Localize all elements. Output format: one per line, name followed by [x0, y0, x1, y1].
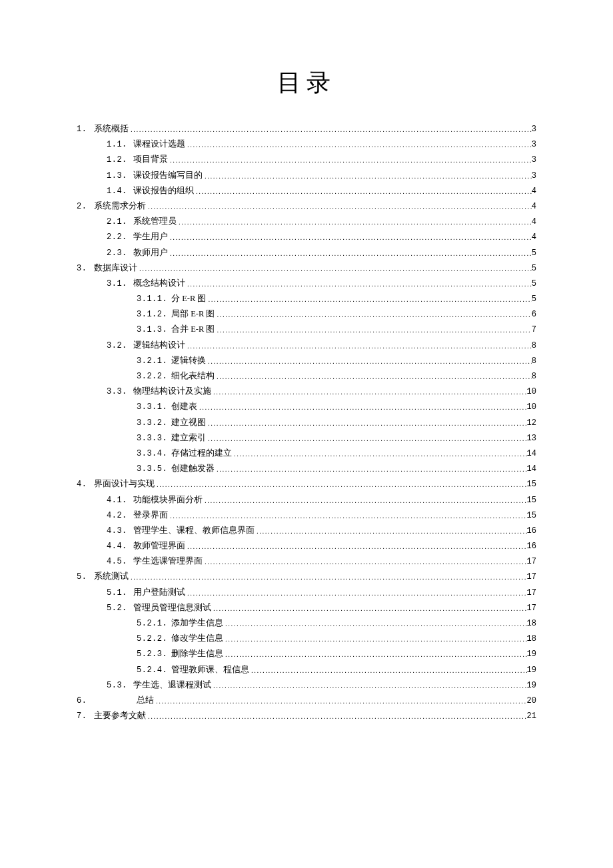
- toc-entry-page: 6: [532, 310, 536, 318]
- toc-entry: 4.界面设计与实现15: [77, 480, 536, 488]
- toc-entry-text: 建立索引: [169, 434, 206, 442]
- toc-entry: 6.总结20: [77, 696, 536, 705]
- toc-entry-number: 4.: [77, 480, 91, 488]
- toc-entry: 2.1.系统管理员4: [77, 217, 536, 226]
- toc-entry-text: 逻辑结构设计: [131, 341, 185, 350]
- toc-entry-page: 18: [527, 635, 536, 643]
- toc-entry: 5.系统测试17: [77, 572, 536, 581]
- toc-entry-page: 15: [527, 496, 536, 504]
- toc-entry: 5.3.学生选、退课程测试 19: [77, 681, 536, 689]
- toc-leader-dots: [185, 342, 532, 350]
- toc-leader-dots: [215, 326, 531, 334]
- toc-entry-text: 细化表结构: [169, 372, 215, 380]
- toc-entry-page: 8: [532, 357, 536, 365]
- toc-leader-dots: [211, 682, 527, 689]
- toc-entry-page: 8: [532, 342, 536, 350]
- toc-entry-text: 存储过程的建立: [169, 449, 232, 458]
- toc-entry-number: 3.2.: [107, 342, 131, 350]
- toc-entry-text: 总结: [91, 696, 154, 705]
- toc-entry-text: 教师管理界面: [131, 542, 185, 550]
- toc-entry-number: 1.4.: [107, 187, 131, 195]
- toc-leader-dots: [232, 450, 527, 458]
- toc-entry-page: 19: [527, 666, 536, 674]
- toc-entry: 4.3.管理学生、课程、教师信息界面 16: [77, 526, 536, 535]
- toc-entry: 5.2.1.添加学生信息 18: [77, 619, 536, 628]
- toc-entry-page: 8: [532, 372, 536, 380]
- toc-entry: 1.3.课设报告编写目的 3: [77, 171, 536, 180]
- toc-entry-page: 3: [532, 141, 536, 149]
- toc-leader-dots: [203, 497, 527, 504]
- toc-entry-page: 5: [532, 249, 536, 257]
- toc-entry-page: 21: [527, 712, 536, 720]
- toc-leader-dots: [223, 651, 527, 658]
- toc-entry-number: 3.3.1.: [137, 403, 169, 411]
- toc-entry-text: 物理结构设计及实施: [131, 387, 211, 396]
- toc-entry-page: 3: [532, 172, 536, 180]
- toc-entry-text: 用户登陆测试: [131, 588, 185, 597]
- toc-entry-text: 教师用户: [131, 248, 168, 257]
- toc-entry-number: 4.1.: [107, 496, 131, 504]
- toc-entry-page: 19: [527, 650, 536, 658]
- toc-entry: 3.2.1.逻辑转换 8: [77, 356, 536, 365]
- toc-entry-number: 5.2.3.: [137, 650, 169, 658]
- toc-leader-dots: [185, 280, 532, 288]
- toc-entry-text: 创建表: [169, 402, 197, 411]
- toc-entry-page: 17: [527, 573, 536, 581]
- toc-entry-page: 18: [527, 620, 536, 628]
- toc-entry: 3.2.2.细化表结构 8: [77, 372, 536, 380]
- toc-entry-text: 系统测试: [91, 572, 129, 581]
- toc-leader-dots: [211, 388, 527, 396]
- toc-entry-page: 12: [527, 419, 536, 427]
- toc-entry-text: 项目背景: [131, 155, 168, 164]
- toc-entry-number: 3.3.4.: [137, 450, 169, 458]
- toc-entry-page: 10: [527, 403, 536, 411]
- toc-leader-dots: [168, 157, 532, 164]
- toc-entry: 3.3.4.存储过程的建立14: [77, 449, 536, 458]
- toc-leader-dots: [197, 404, 527, 411]
- toc-leader-dots: [203, 558, 527, 566]
- toc-leader-dots: [168, 512, 527, 520]
- toc-entry: 4.1.功能模块界面分析 15: [77, 496, 536, 504]
- toc-entry-text: 概念结构设计: [131, 279, 185, 288]
- toc-entry-number: 2.: [77, 203, 91, 211]
- toc-entry-text: 数据库设计: [91, 264, 137, 272]
- toc-entry-text: 登录界面: [131, 511, 168, 520]
- toc-entry-page: 17: [527, 558, 536, 566]
- toc-entry: 5.2.管理员管理信息测试 17: [77, 604, 536, 612]
- toc-entry-number: 6.: [77, 697, 91, 705]
- toc-entry-page: 7: [532, 326, 536, 334]
- toc-entry-text: 添加学生信息: [169, 619, 223, 628]
- toc-leader-dots: [255, 528, 527, 535]
- toc-entry-text: 系统需求分析: [91, 202, 146, 211]
- toc-entry-text: 系统概括: [91, 125, 129, 133]
- toc-entry-number: 5.2.2.: [137, 635, 169, 643]
- toc-entry-number: 1.1.: [107, 141, 131, 149]
- page-title: 目录: [77, 67, 536, 99]
- toc-entry-text: 管理学生、课程、教师信息界面: [131, 526, 255, 535]
- toc-entry: 2.3.教师用户 5: [77, 248, 536, 257]
- toc-entry-text: 局部 E-R 图: [169, 310, 215, 318]
- toc-entry: 3.3.3.建立索引 13: [77, 434, 536, 442]
- toc-entry: 5.2.2.修改学生信息 18: [77, 634, 536, 643]
- toc-entry-page: 4: [532, 218, 536, 226]
- toc-entry-number: 5.: [77, 573, 91, 581]
- toc-leader-dots: [215, 466, 527, 473]
- toc-entry-number: 5.2.1.: [137, 620, 169, 628]
- toc-entry-page: 16: [527, 527, 536, 535]
- toc-entry: 3.3.物理结构设计及实施 10: [77, 387, 536, 396]
- toc-entry: 5.1.用户登陆测试 17: [77, 588, 536, 597]
- toc-entry: 5.2.3.删除学生信息19: [77, 650, 536, 658]
- toc-entry: 3.3.5.创建触发器 14: [77, 464, 536, 473]
- toc-entry-number: 3.1.3.: [137, 326, 169, 334]
- toc-entry-number: 7.: [77, 712, 91, 720]
- toc-entry-page: 13: [527, 434, 536, 442]
- toc-entry: 4.4.教师管理界面16: [77, 542, 536, 550]
- toc-entry: 1.2.项目背景3: [77, 155, 536, 164]
- toc-leader-dots: [146, 203, 532, 211]
- toc-entry-text: 逻辑转换: [169, 356, 206, 365]
- toc-entry-text: 课设报告的组织: [131, 187, 194, 195]
- toc-entry-page: 15: [527, 480, 536, 488]
- toc-leader-dots: [215, 373, 532, 380]
- toc-entry-number: 4.3.: [107, 527, 131, 535]
- toc-entry-number: 2.1.: [107, 218, 131, 226]
